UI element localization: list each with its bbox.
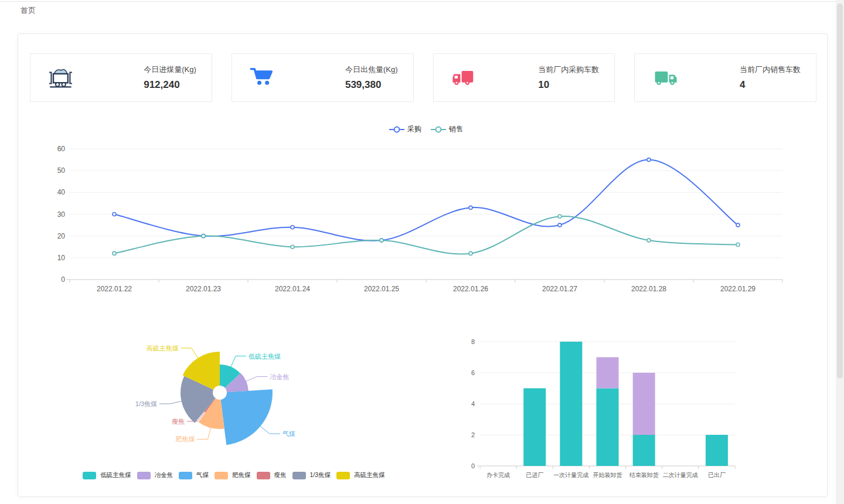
svg-text:办卡完成: 办卡完成 xyxy=(486,472,510,478)
stat-value: 912,240 xyxy=(144,79,179,91)
svg-text:开始装卸货: 开始装卸货 xyxy=(593,472,622,478)
pie-legend-item[interactable]: 瘦焦 xyxy=(257,471,287,479)
svg-text:肥焦煤: 肥焦煤 xyxy=(176,435,195,442)
legend-label: 肥焦煤 xyxy=(232,471,251,479)
svg-text:4: 4 xyxy=(471,400,475,407)
svg-text:20: 20 xyxy=(57,232,66,240)
page-scrollbar[interactable] xyxy=(836,0,844,504)
svg-text:2022.01.29: 2022.01.29 xyxy=(720,285,755,293)
stat-cards-row: 今日进煤量(Kg) 912,240 今日出焦量(Kg) 539,380 xyxy=(30,53,816,102)
svg-text:高硫主焦煤: 高硫主焦煤 xyxy=(147,345,179,352)
legend-swatch xyxy=(83,472,96,479)
stat-title: 当前厂内采购车数 xyxy=(538,64,599,75)
legend-label: 气煤 xyxy=(196,471,209,479)
pie-legend-item[interactable]: 冶金焦 xyxy=(137,471,173,479)
svg-text:2022.01.26: 2022.01.26 xyxy=(453,285,488,293)
stat-value: 10 xyxy=(538,79,549,91)
legend-line-icon xyxy=(389,126,404,133)
svg-text:一次计量完成: 一次计量完成 xyxy=(553,472,588,478)
svg-text:10: 10 xyxy=(57,254,66,262)
legend-swatch xyxy=(292,472,306,479)
shopping-cart-icon xyxy=(247,64,278,92)
svg-text:冶金焦: 冶金焦 xyxy=(270,373,289,380)
svg-text:1/3焦煤: 1/3焦煤 xyxy=(135,400,157,407)
svg-text:低硫主焦煤: 低硫主焦煤 xyxy=(249,353,281,360)
svg-text:0: 0 xyxy=(61,275,65,284)
svg-text:8: 8 xyxy=(471,338,475,345)
stat-value: 539,380 xyxy=(345,79,381,91)
stat-card-coal-in: 今日进煤量(Kg) 912,240 xyxy=(30,53,212,102)
legend-swatch xyxy=(336,472,350,479)
svg-text:2022.01.25: 2022.01.25 xyxy=(364,285,399,293)
svg-text:60: 60 xyxy=(57,145,66,153)
stat-card-purchase-trucks: 当前厂内采购车数 10 xyxy=(433,53,615,102)
svg-text:已进厂: 已进厂 xyxy=(526,472,543,478)
breadcrumb[interactable]: 首页 xyxy=(21,5,36,16)
pie-legend-item[interactable]: 气煤 xyxy=(179,471,209,479)
svg-text:30: 30 xyxy=(57,210,66,219)
pie-chart-legend: 低硫主焦煤冶金焦气煤肥焦煤瘦焦1/3焦煤高硫主焦煤 xyxy=(83,471,385,479)
svg-text:2022.01.24: 2022.01.24 xyxy=(275,285,310,293)
svg-text:40: 40 xyxy=(57,188,66,196)
svg-text:气煤: 气煤 xyxy=(283,430,295,437)
legend-label: 冶金焦 xyxy=(155,471,173,479)
legend-line-icon xyxy=(431,126,446,133)
mine-cart-icon xyxy=(46,64,76,92)
pie-legend-item[interactable]: 肥焦煤 xyxy=(215,471,251,479)
top-divider xyxy=(0,1,836,2)
svg-text:二次计量完成: 二次计量完成 xyxy=(663,472,698,478)
legend-label: 瘦焦 xyxy=(274,471,287,479)
truck-status-bar-chart[interactable]: 02468办卡完成已进厂一次计量完成开始装卸货结束装卸货二次计量完成已出厂 xyxy=(458,324,828,491)
legend-swatch xyxy=(215,472,228,479)
svg-text:2022.01.22: 2022.01.22 xyxy=(97,285,132,293)
coal-type-pie-chart[interactable]: 低硫主焦煤冶金焦气煤肥焦煤瘦焦1/3焦煤高硫主焦煤 xyxy=(53,324,423,471)
legend-swatch xyxy=(137,472,151,479)
scrollbar-thumb[interactable] xyxy=(837,4,843,379)
svg-text:6: 6 xyxy=(471,369,475,376)
legend-swatch xyxy=(179,472,192,479)
dashboard-panel: 今日进煤量(Kg) 912,240 今日出焦量(Kg) 539,380 xyxy=(18,33,828,497)
svg-text:2: 2 xyxy=(471,431,475,438)
purchase-sale-line-chart[interactable]: 01020304050602022.01.222022.01.232022.01… xyxy=(18,133,828,309)
pie-legend-item[interactable]: 高硫主焦煤 xyxy=(336,471,385,479)
stat-card-sale-trucks: 当前厂内销售车数 4 xyxy=(634,53,816,102)
stat-title: 今日进煤量(Kg) xyxy=(144,64,196,75)
sale-truck-icon xyxy=(650,64,680,92)
svg-text:2022.01.27: 2022.01.27 xyxy=(542,285,577,293)
purchase-truck-icon xyxy=(449,64,479,92)
svg-text:瘦焦: 瘦焦 xyxy=(172,418,185,425)
svg-text:50: 50 xyxy=(57,166,66,175)
svg-text:2022.01.23: 2022.01.23 xyxy=(186,285,221,293)
legend-label: 高硫主焦煤 xyxy=(354,471,385,479)
legend-label: 低硫主焦煤 xyxy=(100,471,131,479)
stat-title: 今日出焦量(Kg) xyxy=(345,64,398,75)
stat-value: 4 xyxy=(740,79,745,91)
svg-text:2022.01.28: 2022.01.28 xyxy=(631,285,666,293)
svg-text:结束装卸货: 结束装卸货 xyxy=(629,472,659,478)
legend-label: 1/3焦煤 xyxy=(310,471,331,479)
svg-text:0: 0 xyxy=(471,462,475,469)
stat-title: 当前厂内销售车数 xyxy=(740,64,801,75)
svg-text:已出厂: 已出厂 xyxy=(708,472,726,478)
pie-legend-item[interactable]: 低硫主焦煤 xyxy=(83,471,131,479)
pie-legend-item[interactable]: 1/3焦煤 xyxy=(292,471,331,479)
stat-card-coke-out: 今日出焦量(Kg) 539,380 xyxy=(232,53,414,102)
legend-swatch xyxy=(257,472,270,479)
